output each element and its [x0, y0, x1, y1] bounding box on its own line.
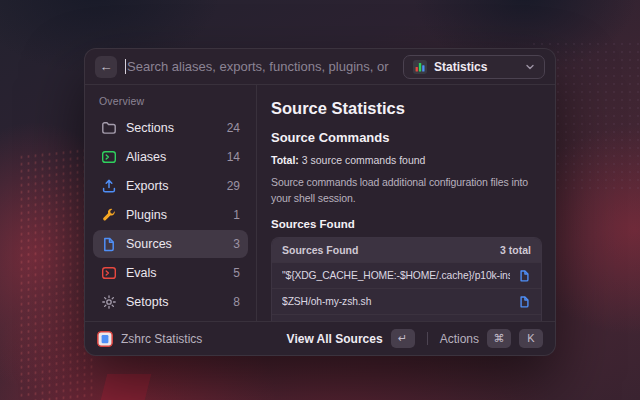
sidebar-item-setopts[interactable]: Setopts 8: [93, 288, 248, 316]
table-header-left: Sources Found: [282, 244, 358, 256]
window-content: Overview Sections 24 Aliases 14 Exp: [85, 85, 555, 321]
sidebar-item-exports[interactable]: Exports 29: [93, 172, 248, 200]
actions-button[interactable]: Actions: [440, 332, 479, 346]
sidebar-item-label: Aliases: [126, 150, 218, 164]
sidebar-item-label: Setopts: [126, 295, 224, 309]
sources-found-heading: Sources Found: [271, 218, 542, 230]
sidebar-item-label: Sources: [126, 237, 224, 251]
search-input[interactable]: [127, 59, 395, 74]
sidebar-section-heading: Overview: [99, 95, 242, 107]
back-button[interactable]: ←: [95, 56, 117, 78]
sidebar-item-count: 24: [227, 121, 240, 135]
table-row[interactable]: /opt/homebrew/share/zsh-syntax-highlight…: [272, 314, 541, 322]
sidebar-item-label: Plugins: [126, 208, 224, 222]
sidebar-item-aliases[interactable]: Aliases 14: [93, 143, 248, 171]
sidebar-item-count: 8: [233, 295, 240, 309]
status-bar: Zshrc Statistics View All Sources ↵ Acti…: [85, 321, 555, 355]
source-path: "${XDG_CACHE_HOME:-$HOME/.cache}/p10k-in…: [282, 270, 510, 281]
table-row[interactable]: $ZSH/oh-my-zsh.sh: [272, 288, 541, 314]
sidebar-item-sections[interactable]: Sections 24: [93, 114, 248, 142]
terminal-red-icon: [101, 265, 117, 281]
text-caret: [125, 59, 126, 74]
detail-panel: Source Statistics Source Commands Total:…: [257, 85, 555, 321]
app-name: Zshrc Statistics: [121, 332, 279, 346]
table-header-row: Sources Found 3 total: [272, 238, 541, 262]
wrench-icon: [101, 207, 117, 223]
primary-action-label[interactable]: View All Sources: [287, 332, 383, 346]
search-field-wrap: [125, 59, 395, 74]
sidebar-item-count: 3: [233, 237, 240, 251]
terminal-green-icon: [101, 149, 117, 165]
command-key-icon[interactable]: ⌘: [487, 329, 511, 348]
sidebar-item-count: 5: [233, 266, 240, 280]
section-description: Source commands load additional configur…: [271, 175, 542, 207]
total-line: Total: 3 source commands found: [271, 154, 542, 166]
sidebar-item-count: 29: [227, 179, 240, 193]
mode-dropdown[interactable]: Statistics: [403, 55, 545, 79]
mode-dropdown-label: Statistics: [434, 60, 518, 74]
section-heading: Source Commands: [271, 130, 542, 145]
sidebar-item-sources[interactable]: Sources 3: [93, 230, 248, 258]
sidebar-item-count: 14: [227, 150, 240, 164]
file-icon[interactable]: [518, 295, 531, 308]
statusbar-divider: [427, 332, 428, 345]
sidebar: Overview Sections 24 Aliases 14 Exp: [85, 85, 257, 321]
wallpaper-red-patch: [101, 374, 151, 400]
bar-chart-icon: [413, 60, 427, 74]
search-bar: ← Statistics: [85, 49, 555, 85]
total-value: 3 source commands found: [299, 154, 426, 166]
folder-icon: [101, 120, 117, 136]
document-icon: [101, 236, 117, 252]
sidebar-item-label: Sections: [126, 121, 218, 135]
sidebar-item-plugins[interactable]: Plugins 1: [93, 201, 248, 229]
sidebar-item-evals[interactable]: Evals 5: [93, 259, 248, 287]
total-label: Total:: [271, 154, 299, 166]
sidebar-item-label: Exports: [126, 179, 218, 193]
file-icon[interactable]: [518, 269, 531, 282]
gear-icon: [101, 294, 117, 310]
sidebar-item-count: 1: [233, 208, 240, 222]
upload-icon: [101, 178, 117, 194]
k-key-icon[interactable]: K: [519, 329, 543, 348]
table-row[interactable]: "${XDG_CACHE_HOME:-$HOME/.cache}/p10k-in…: [272, 262, 541, 288]
page-title: Source Statistics: [271, 99, 542, 118]
table-header-right: 3 total: [500, 244, 531, 256]
sidebar-item-label: Evals: [126, 266, 224, 280]
enter-key-icon[interactable]: ↵: [391, 329, 415, 348]
launcher-window: ← Statistics Overview: [84, 48, 556, 356]
chevron-down-icon: [525, 62, 535, 72]
back-arrow-icon: ←: [100, 60, 113, 73]
sources-table: Sources Found 3 total "${XDG_CACHE_HOME:…: [271, 237, 542, 322]
source-path: $ZSH/oh-my-zsh.sh: [282, 296, 510, 307]
app-icon: [97, 331, 113, 347]
